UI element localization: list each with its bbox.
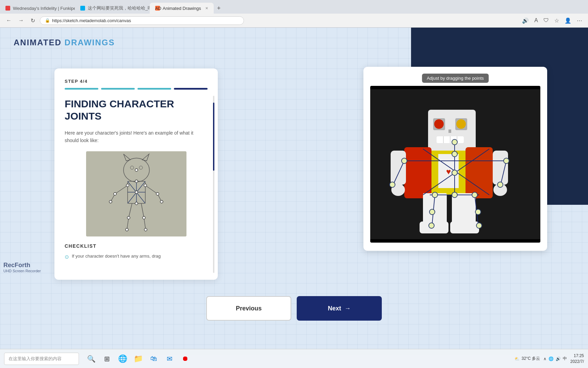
forward-button[interactable]: → (16, 17, 26, 24)
instructions-panel: STEP 4/4 FINDING CHARACTERJOINTS Here ar… (54, 68, 218, 280)
svg-rect-57 (450, 221, 479, 233)
svg-text:♥: ♥ (446, 167, 451, 176)
watermark-subtitle: UHD Screen Recorder (3, 269, 41, 273)
svg-point-22 (135, 191, 138, 194)
lock-icon: 🔒 (45, 18, 50, 23)
svg-point-76 (497, 182, 503, 187)
scroll-indicator[interactable] (213, 96, 214, 273)
svg-point-21 (135, 180, 138, 183)
svg-point-23 (135, 202, 138, 205)
url-text: https://sketch.metademolab.com/canvas (52, 18, 131, 23)
panel-title: FINDING CHARACTERJOINTS (65, 98, 208, 122)
taskbar-explorer-icon[interactable]: 📁 (131, 352, 145, 366)
logo: ANIMATED DRAWINGS (14, 38, 115, 47)
taskbar-app-icons: 🔍 ⊞ 🌐 📁 🛍 ✉ ⏺ (84, 352, 192, 366)
svg-point-67 (452, 139, 457, 145)
favorites-icon[interactable]: ☆ (553, 17, 561, 25)
clock-time: 17:25 (570, 353, 584, 359)
svg-point-80 (476, 223, 482, 228)
up-arrow-icon: ∧ (543, 356, 546, 361)
svg-point-39 (456, 119, 466, 129)
svg-point-20 (135, 169, 138, 171)
logo-animated: ANIMATED (14, 38, 62, 47)
taskbar-right: ⛅ 32°C 多云 ∧ 🌐 🔊 中 17:25 2022/7/ (514, 353, 584, 365)
tab-1-favicon (5, 6, 10, 11)
back-button[interactable]: ← (4, 17, 14, 24)
tab-bar: Wednesday's Infidelity | Funkipe... ✕ 这个… (0, 0, 588, 14)
svg-point-71 (452, 170, 457, 175)
svg-point-26 (114, 193, 116, 195)
translate-icon[interactable]: A (533, 17, 540, 25)
address-bar: ← → ↻ 🔒 https://sketch.metademolab.com/c… (0, 14, 588, 27)
previous-button[interactable]: Previous (206, 296, 291, 321)
tab-2[interactable]: 这个网站要笑死我，哈哈哈哈_哔... ✕ (75, 3, 150, 14)
scroll-thumb (213, 103, 214, 171)
taskbar-search-icon[interactable]: 🔍 (84, 352, 98, 366)
taskbar-task-view-icon[interactable]: ⊞ (100, 352, 114, 366)
taskbar-store-icon[interactable]: 🛍 (147, 352, 161, 366)
example-svg (86, 151, 186, 236)
profile-icon[interactable]: 👤 (563, 17, 573, 25)
example-image (86, 151, 186, 236)
character-svg: ♥ (370, 86, 540, 243)
next-label: Next (328, 305, 341, 312)
taskbar-mail-icon[interactable]: ✉ (163, 352, 176, 366)
svg-rect-56 (420, 221, 448, 233)
search-box[interactable]: 在这里输入你要搜索的内容 (4, 353, 79, 365)
browser-extension-icon[interactable]: 🛡 (542, 17, 551, 25)
taskbar-recorder-icon[interactable]: ⏺ (178, 352, 192, 366)
tab-3-close[interactable]: ✕ (205, 6, 208, 11)
svg-point-25 (144, 184, 147, 187)
progress-steps (65, 88, 208, 90)
checklist-item-1: ⊙ If your character doesn't have any arm… (65, 253, 208, 261)
tab-2-label: 这个网站要笑死我，哈哈哈哈_哔... (88, 5, 150, 11)
checklist-icon-1: ⊙ (65, 253, 69, 261)
new-tab-button[interactable]: + (214, 3, 224, 14)
time-display: 17:25 2022/7/ (570, 353, 584, 365)
next-button[interactable]: Next → (297, 296, 382, 321)
svg-point-72 (452, 192, 457, 198)
weather-info: ⛅ 32°C 多云 (514, 356, 540, 362)
watermark: RecForth UHD Screen Recorder (3, 262, 41, 273)
tab-3-label: Animated Drawings (163, 6, 201, 11)
weather-temp: 32°C 多云 (522, 356, 540, 362)
panel-description: Here are your character's joints! Here's… (65, 129, 208, 144)
watermark-title: RecForth (3, 262, 41, 269)
tooltip: Adjust by dragging the points (422, 74, 489, 83)
character-canvas[interactable]: ♥ (370, 86, 540, 243)
step-4 (174, 88, 208, 90)
svg-rect-40 (448, 129, 451, 133)
network-icon: 🌐 (549, 356, 554, 361)
taskbar: 在这里输入你要搜索的内容 🔍 ⊞ 🌐 📁 🛍 ✉ ⏺ ⛅ 32°C 多云 ∧ 🌐… (0, 349, 588, 368)
url-box[interactable]: 🔒 https://sketch.metademolab.com/canvas (40, 16, 244, 25)
browser-toolbar-icons: 🔊 A 🛡 ☆ 👤 ⋯ (520, 17, 584, 25)
svg-point-78 (475, 209, 481, 215)
tab-1[interactable]: Wednesday's Infidelity | Funkipe... ✕ (0, 3, 75, 14)
svg-rect-46 (404, 147, 431, 198)
svg-point-70 (504, 158, 509, 164)
svg-rect-50 (391, 151, 406, 185)
svg-point-68 (452, 151, 457, 157)
tab-1-label: Wednesday's Infidelity | Funkipe... (13, 6, 75, 11)
step-2 (101, 88, 135, 90)
tab-2-favicon (80, 6, 85, 11)
read-aloud-icon[interactable]: 🔊 (520, 17, 530, 25)
svg-point-24 (126, 184, 129, 187)
checklist-header: CHECKLIST (65, 243, 208, 249)
svg-point-33 (144, 228, 147, 231)
system-icons: ∧ 🌐 🔊 中 (543, 356, 567, 362)
browser-chrome: Wednesday's Infidelity | Funkipe... ✕ 这个… (0, 0, 588, 28)
step-3 (137, 88, 171, 90)
checklist-text-1: If your character doesn't have any arms,… (72, 253, 161, 260)
step-1 (65, 88, 98, 90)
settings-icon[interactable]: ⋯ (575, 17, 584, 25)
svg-point-31 (143, 216, 145, 219)
svg-point-79 (429, 223, 434, 228)
main-content: ANIMATED DRAWINGS STEP 4/4 FINDING CHARA… (0, 28, 588, 355)
tab-3[interactable]: AD Animated Drawings ✕ (150, 3, 214, 14)
svg-point-73 (432, 192, 438, 198)
speaker-icon: 🔊 (556, 356, 561, 361)
svg-point-77 (429, 209, 435, 215)
taskbar-edge-icon[interactable]: 🌐 (116, 352, 129, 366)
refresh-button[interactable]: ↻ (29, 17, 37, 25)
